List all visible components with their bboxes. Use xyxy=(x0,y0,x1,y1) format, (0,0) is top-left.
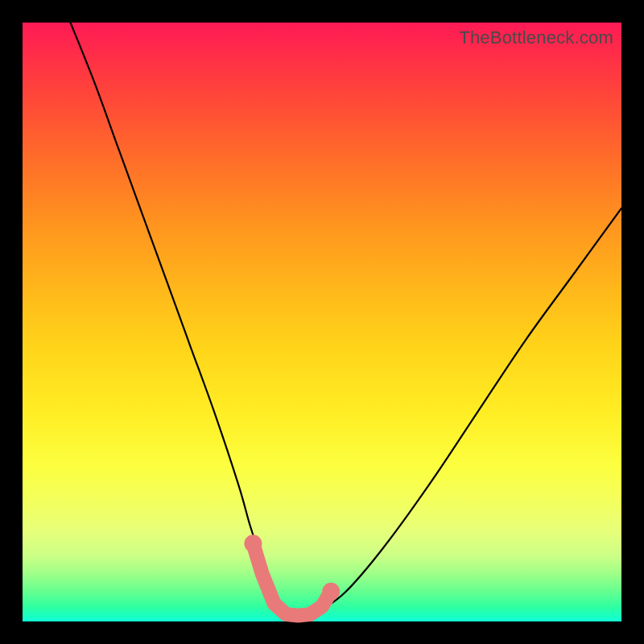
trough-marker-dot xyxy=(322,583,340,601)
bottleneck-curve xyxy=(71,23,622,617)
plot-area: TheBottleneck.com xyxy=(23,23,621,621)
curve-layer xyxy=(23,23,621,621)
chart-frame: TheBottleneck.com xyxy=(0,0,644,644)
trough-marker-group xyxy=(244,535,340,615)
trough-marker-dot xyxy=(244,535,262,552)
trough-capsule xyxy=(253,543,331,615)
